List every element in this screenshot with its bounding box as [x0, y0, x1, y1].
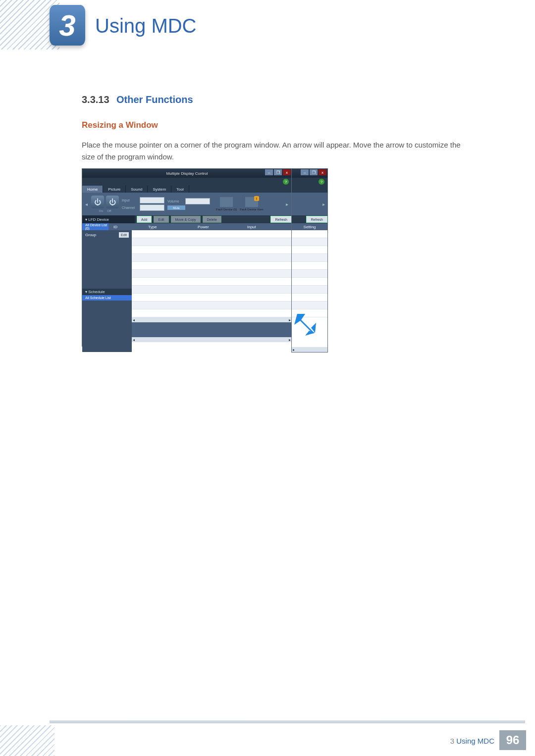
close-button[interactable]: x [283, 169, 291, 175]
ribbon-scroll-right-icon[interactable]: ▸ [286, 202, 289, 207]
col-id[interactable]: ID [108, 225, 143, 229]
table-row[interactable] [292, 262, 327, 270]
monitor-alert-icon [245, 197, 258, 207]
input-group: Input Channel [122, 197, 164, 211]
ribbon: ◂ ⏻ ⏻ On Off Input [82, 193, 292, 215]
table-row[interactable] [292, 302, 327, 309]
table-row[interactable] [132, 238, 292, 246]
table-row[interactable] [292, 309, 327, 317]
table-row[interactable] [292, 270, 327, 278]
add-button[interactable]: Add [137, 216, 152, 223]
power-group: ⏻ ⏻ On Off [91, 196, 119, 212]
power-on-label: On [99, 209, 103, 212]
power-off-icon[interactable]: ⏻ [106, 196, 119, 208]
scroll-left-icon[interactable]: ◂ [133, 338, 135, 342]
table-row[interactable] [132, 278, 292, 286]
footer-text: 3 Using MDC [450, 737, 494, 745]
tab-system[interactable]: System [148, 186, 171, 193]
channel-dropdown[interactable] [140, 204, 164, 211]
input-dropdown[interactable] [140, 197, 164, 203]
tab-home[interactable]: Home [82, 186, 103, 193]
edit-button[interactable]: Edit [154, 216, 168, 223]
content-block: 3.3.13 Other Functions Resizing a Window… [82, 94, 468, 163]
chapter-badge: 3 [50, 5, 85, 46]
sidebar-header-schedule[interactable]: ▾ Schedule [82, 289, 132, 295]
mute-button[interactable]: Mute [167, 205, 185, 210]
table-row[interactable] [132, 230, 292, 238]
table-row[interactable] [292, 278, 327, 286]
scroll-left-icon[interactable]: ◂ [133, 318, 135, 322]
tab-picture[interactable]: Picture [103, 186, 126, 193]
col-type[interactable]: Type [143, 225, 193, 229]
col-power[interactable]: Power [193, 225, 242, 229]
table-row[interactable] [132, 270, 292, 278]
col-setting[interactable]: Setting [304, 225, 316, 229]
h-scrollbar[interactable]: ◂▸ [132, 337, 292, 342]
tab-sound[interactable]: Sound [126, 186, 148, 193]
main-split: Group Edit ▾ Schedule All Schedule List [82, 230, 292, 352]
table-row[interactable] [292, 230, 327, 238]
scroll-right-icon[interactable]: ▸ [293, 348, 295, 352]
sidebar-header-lfd[interactable]: ▾ LFD Device [82, 215, 135, 223]
help-icon[interactable]: ? [283, 179, 289, 185]
fault-device-zero[interactable]: Fault Device (0) [216, 197, 237, 211]
delete-button[interactable]: Delete [203, 216, 221, 223]
table-row[interactable] [132, 286, 292, 294]
close-button[interactable]: x [319, 169, 326, 175]
maximize-button[interactable]: ❐ [310, 169, 318, 175]
table-row[interactable] [132, 246, 292, 254]
h-scrollbar[interactable]: ◂▸ [132, 317, 292, 322]
table-row[interactable] [292, 294, 327, 302]
fault-device-alert-label: Fault Device Alert [240, 208, 263, 211]
scroll-right-icon[interactable]: ▸ [289, 338, 291, 342]
table-row[interactable] [132, 262, 292, 270]
chapter-number: 3 [59, 8, 75, 43]
sidebar-all-schedule[interactable]: All Schedule List [82, 295, 132, 301]
subsection-title: Other Functions [116, 94, 193, 105]
minimize-button[interactable]: – [301, 169, 309, 175]
power-on-icon[interactable]: ⏻ [91, 196, 104, 208]
tab-tool[interactable]: Tool [171, 186, 189, 193]
table-row[interactable] [132, 294, 292, 302]
scroll-right-icon[interactable]: ▸ [289, 318, 291, 322]
action-bar: ▾ LFD Device Add Edit Move & Copy Delete… [82, 215, 292, 223]
table-row[interactable] [132, 302, 292, 309]
table-header: Setting [292, 223, 327, 230]
table-row[interactable] [292, 254, 327, 262]
minimize-button[interactable]: – [265, 169, 273, 175]
channel-label: Channel [122, 206, 139, 209]
sidebar-group-edit-button[interactable]: Edit [119, 232, 129, 238]
input-field: Input [122, 197, 164, 203]
table-row[interactable] [292, 238, 327, 246]
col-input[interactable]: Input [242, 225, 292, 229]
page-number: 96 [499, 730, 526, 750]
sidebar-group-row[interactable]: Group Edit [82, 230, 132, 239]
footer-divider [50, 720, 525, 723]
table-row[interactable] [132, 309, 292, 317]
page: { "chapter": { "number": "3", "title": "… [0, 0, 535, 756]
title-bar[interactable]: Multiple Display Control – ❐ x [82, 169, 292, 178]
device-grid[interactable]: ◂▸ ◂▸ [132, 230, 292, 352]
refresh-button[interactable]: Refresh [270, 216, 292, 223]
subsection-number: 3.3.13 [82, 94, 109, 105]
tab-bar: Home Picture Sound System Tool [82, 186, 292, 193]
channel-field: Channel [122, 204, 164, 211]
table-row[interactable] [292, 246, 327, 254]
maximize-button[interactable]: ❐ [274, 169, 282, 175]
sidebar-all-device[interactable]: All Device List (0) [82, 223, 108, 230]
h-scrollbar[interactable]: ▸ [292, 347, 327, 352]
device-grid[interactable] [292, 230, 327, 347]
move-copy-button[interactable]: Move & Copy [171, 216, 201, 223]
sidebar: Group Edit ▾ Schedule All Schedule List [82, 230, 132, 352]
ribbon-scroll-right-icon[interactable]: ▸ [322, 202, 325, 207]
title-bar[interactable]: – ❐ x [292, 169, 327, 178]
volume-spinner[interactable] [185, 198, 210, 204]
help-icon[interactable]: ? [319, 179, 324, 185]
fault-device-alert[interactable]: Fault Device Alert [240, 197, 263, 211]
monitor-icon [220, 197, 233, 207]
refresh-button[interactable]: Refresh [306, 216, 327, 223]
table-header: ID Type Power Input [108, 223, 292, 230]
ribbon-scroll-left-icon[interactable]: ◂ [85, 202, 88, 207]
table-row[interactable] [132, 254, 292, 262]
table-row[interactable] [292, 286, 327, 294]
